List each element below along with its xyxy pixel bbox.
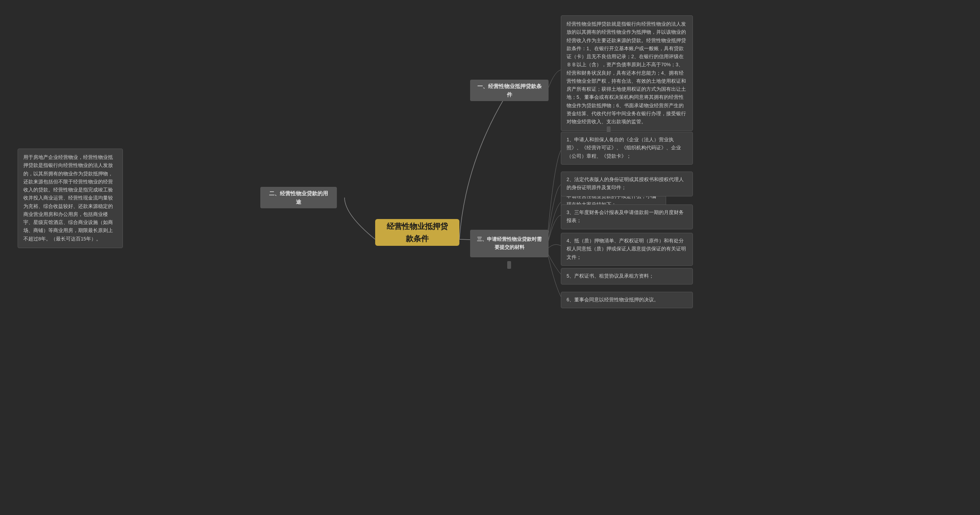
leaf-node-2: 用于房地产企业经营物业，经营性物业抵押贷款是指银行向经营性物业的法人发放的，以其… <box>18 149 123 248</box>
leaf-node-7: 4、抵（质）押物清单、产权权证明（原件）和有处分权人同意抵（质）押或保证人愿意提… <box>561 233 693 266</box>
leaf-node-4: 1、申请人和担保人各自的《企业（法人）营业执照》、《经营许可证》、《组织机构代码… <box>561 132 693 165</box>
branch-node-1[interactable]: 一、经营性物业抵押贷款条件 <box>470 80 549 101</box>
branch-node-2[interactable]: 二、经营性物业贷款的用途 <box>260 187 337 208</box>
connector-dot-2 <box>507 261 511 269</box>
leaf-node-6: 3、三年度财务会计报表及申请借款前一期的月度财务报表； <box>561 204 693 229</box>
leaf-node-8: 5、产权证书、租赁协议及承租方资料； <box>561 268 693 284</box>
connection-lines <box>0 0 980 515</box>
mind-map-canvas: 经营性物业抵押贷款条件 一、经营性物业抵押贷款条件 二、经营性物业贷款的用途 三… <box>0 0 980 515</box>
branch-node-3[interactable]: 三、申请经营性物业贷款时需要提交的材料 <box>470 230 549 257</box>
leaf-node-1: 经营性物业抵押贷款就是指银行向经营性物业的法人发放的以其拥有的经营性物业作为抵押… <box>561 15 693 131</box>
leaf-node-9: 6、董事会同意以经营性物业抵押的决议。 <box>561 292 693 308</box>
center-node: 经营性物业抵押贷款条件 <box>375 219 459 246</box>
leaf-node-5: 2、法定代表版人的身份证明或其授权书和授权代理人的身份证明原件及复印件； <box>561 172 693 196</box>
